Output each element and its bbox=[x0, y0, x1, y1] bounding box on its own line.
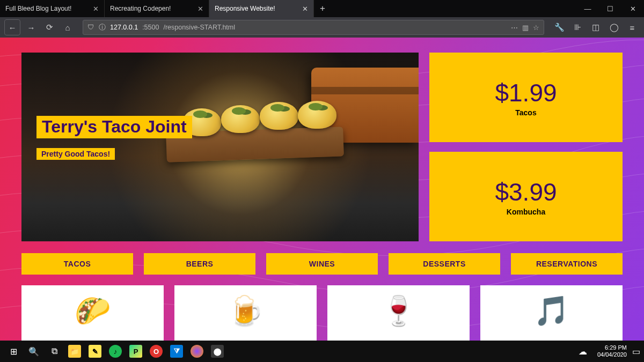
price-column: $1.99 Tacos $3.99 Kombucha bbox=[429, 53, 623, 241]
hero-title: Terry's Taco Joint bbox=[36, 116, 192, 138]
browser-toolbar: ← → ⟳ ⌂ 🛡 ⓘ 127.0.0.1:5500/responsive-ST… bbox=[0, 17, 644, 38]
reload-button[interactable]: ⟳ bbox=[42, 20, 57, 35]
windows-taskbar: ⊞ 🔍 ⧉ 📁 ✎ ♪ P O ⧩ ⬤ ☁ 6:29 PM 04/04/2020… bbox=[0, 341, 644, 362]
tab-0[interactable]: Full Bleed Blog Layout! ✕ bbox=[0, 0, 105, 17]
close-icon[interactable]: ✕ bbox=[93, 5, 99, 13]
notifications-icon[interactable]: ▭ bbox=[631, 341, 641, 362]
search-icon[interactable]: 🔍 bbox=[24, 341, 44, 362]
sidebar-icon[interactable]: ◫ bbox=[588, 20, 603, 35]
page-viewport: Terry's Taco Joint Pretty Good Tacos! $1… bbox=[0, 38, 644, 341]
url-port: :5500 bbox=[142, 24, 159, 31]
nav-tacos[interactable]: TACOS bbox=[21, 253, 133, 275]
close-window-icon[interactable]: ✕ bbox=[621, 0, 644, 17]
nav-wines[interactable]: WINES bbox=[266, 253, 378, 275]
tab-label: Full Bleed Blog Layout! bbox=[5, 5, 71, 12]
nav-label: TACOS bbox=[64, 260, 91, 268]
hero-subtitle: Pretty Good Tacos! bbox=[36, 148, 115, 160]
clock-date: 04/04/2020 bbox=[597, 351, 627, 358]
nav-label: DESSERTS bbox=[423, 260, 465, 268]
start-button[interactable]: ⊞ bbox=[3, 341, 24, 362]
browser-tabs: Full Bleed Blog Layout! ✕ Recreating Cod… bbox=[0, 0, 644, 17]
minimize-icon[interactable]: — bbox=[576, 0, 599, 17]
more-icon[interactable]: ⋯ bbox=[511, 24, 518, 32]
wine-icon: 🍷 bbox=[380, 294, 416, 328]
vscode-icon[interactable]: ⧩ bbox=[166, 341, 187, 362]
nav-desserts[interactable]: DESSERTS bbox=[389, 253, 500, 275]
nav-label: BEERS bbox=[186, 260, 214, 268]
system-clock[interactable]: 6:29 PM 04/04/2020 bbox=[593, 344, 631, 358]
nav-beers[interactable]: BEERS bbox=[144, 253, 255, 275]
account-icon[interactable]: ◯ bbox=[606, 20, 621, 35]
maximize-icon[interactable]: ☐ bbox=[599, 0, 621, 17]
music-icon: 🎵 bbox=[533, 294, 569, 328]
tab-2[interactable]: Responsive Website! ✕ bbox=[209, 0, 314, 17]
feature-row: 🌮 🍺 🍷 🎵 bbox=[21, 285, 623, 341]
onedrive-icon[interactable]: ☁ bbox=[573, 341, 593, 362]
close-icon[interactable]: ✕ bbox=[302, 5, 308, 13]
category-nav: TACOS BEERS WINES DESSERTS RESERVATIONS bbox=[21, 253, 623, 275]
price-label: Kombucha bbox=[507, 208, 545, 216]
tab-label: Recreating Codepen! bbox=[110, 5, 171, 12]
address-bar[interactable]: 🛡 ⓘ 127.0.0.1:5500/responsive-START.html… bbox=[83, 20, 544, 35]
library-icon[interactable]: ⊪ bbox=[570, 20, 585, 35]
taco-icon: 🌮 bbox=[75, 294, 111, 328]
tab-label: Responsive Website! bbox=[215, 5, 275, 12]
tab-1[interactable]: Recreating Codepen! ✕ bbox=[105, 0, 209, 17]
nav-label: RESERVATIONS bbox=[536, 260, 597, 268]
price-value: $3.99 bbox=[495, 178, 557, 206]
spotify-icon[interactable]: ♪ bbox=[105, 341, 126, 362]
beer-icon: 🍺 bbox=[228, 294, 264, 328]
nav-reservations[interactable]: RESERVATIONS bbox=[511, 253, 623, 275]
task-view-icon[interactable]: ⧉ bbox=[44, 341, 64, 362]
hero-banner: Terry's Taco Joint Pretty Good Tacos! bbox=[21, 53, 419, 241]
firefox-icon[interactable] bbox=[187, 341, 207, 362]
file-explorer-icon[interactable]: 📁 bbox=[64, 341, 85, 362]
menu-icon[interactable]: ≡ bbox=[625, 20, 640, 35]
tools-icon[interactable]: 🔧 bbox=[552, 20, 567, 35]
back-button[interactable]: ← bbox=[4, 19, 20, 35]
opera-icon[interactable]: O bbox=[146, 341, 166, 362]
reader-icon[interactable]: ▥ bbox=[522, 24, 529, 32]
info-icon[interactable]: ⓘ bbox=[99, 23, 106, 32]
shield-icon[interactable]: 🛡 bbox=[87, 24, 94, 31]
new-tab-button[interactable]: + bbox=[314, 0, 331, 17]
url-host: 127.0.0.1 bbox=[110, 24, 138, 31]
app-icon[interactable]: ⬤ bbox=[207, 341, 228, 362]
bookmark-icon[interactable]: ☆ bbox=[533, 24, 539, 32]
price-card-kombucha[interactable]: $3.99 Kombucha bbox=[429, 152, 623, 241]
feature-card-wine[interactable]: 🍷 bbox=[327, 285, 470, 341]
price-label: Tacos bbox=[515, 108, 536, 117]
close-icon[interactable]: ✕ bbox=[197, 5, 203, 13]
feature-card-music[interactable]: 🎵 bbox=[480, 285, 623, 341]
sticky-notes-icon[interactable]: ✎ bbox=[85, 341, 105, 362]
price-value: $1.99 bbox=[495, 78, 557, 107]
price-card-tacos[interactable]: $1.99 Tacos bbox=[429, 53, 623, 142]
home-button[interactable]: ⌂ bbox=[60, 20, 75, 35]
nav-label: WINES bbox=[309, 260, 335, 268]
url-path: /responsive-START.html bbox=[163, 24, 235, 31]
forward-button[interactable]: → bbox=[24, 20, 39, 35]
feature-card-taco[interactable]: 🌮 bbox=[21, 285, 164, 341]
clock-time: 6:29 PM bbox=[597, 344, 627, 351]
feature-card-beer[interactable]: 🍺 bbox=[174, 285, 317, 341]
pycharm-icon[interactable]: P bbox=[126, 341, 146, 362]
